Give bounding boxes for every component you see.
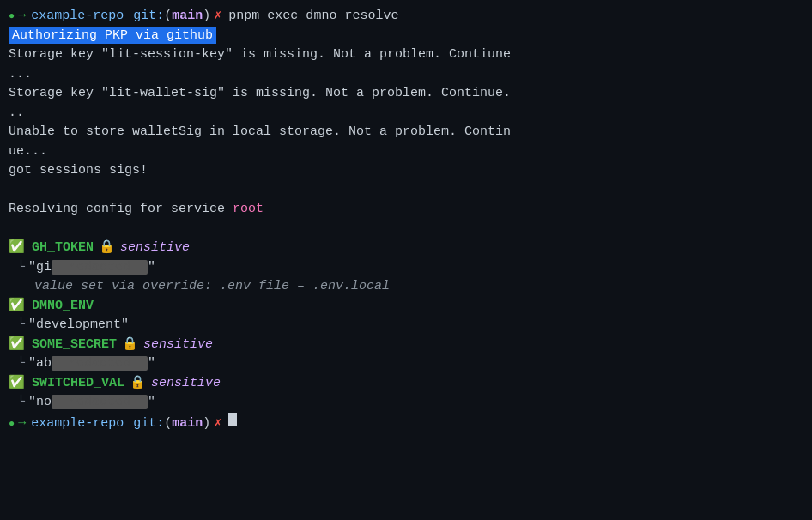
lock-secret: 🔒: [122, 336, 138, 355]
check-icon-secret: ✅: [9, 336, 25, 355]
override-note-gh: value set via override: .env file – .env…: [0, 277, 812, 297]
prompt-line: ● → example-repo git: ( main ) ✗ pnpm ex…: [0, 7, 812, 27]
tree-icon-dmno: └: [17, 316, 25, 336]
var-name-gh: GH_TOKEN: [32, 239, 94, 258]
value-switched: "noredacted": [28, 393, 155, 413]
bottom-git: git:: [125, 414, 164, 434]
bottom-arrow: →: [18, 414, 26, 434]
tree-icon-secret: └: [17, 354, 25, 374]
output-line-4: Storage key "lit-wallet-sig" is missing.…: [0, 84, 812, 104]
sensitive-label-switched: sensitive: [151, 374, 221, 394]
value-gh: "giredacted": [28, 258, 155, 278]
config-value-gh: └ "giredacted": [0, 258, 812, 278]
branch-close: ): [203, 7, 210, 27]
lock-gh: 🔒: [99, 239, 115, 258]
output-line-6: Unable to store walletSig in local stora…: [0, 123, 812, 142]
blank-line-2: [0, 220, 812, 239]
prompt-arrow: →: [18, 7, 26, 27]
prompt-dot: ●: [9, 9, 15, 24]
config-item-dmno-env: ✅ DMNO_ENV: [0, 297, 812, 317]
var-name-secret: SOME_SECRET: [32, 336, 117, 355]
config-value-secret: └ "abredacted": [0, 354, 812, 374]
bottom-cross: ✗: [214, 414, 221, 434]
var-name-switched: SWITCHED_VAL: [32, 374, 124, 394]
git-label: [125, 7, 133, 27]
lock-switched: 🔒: [130, 374, 146, 394]
git-word: git:: [133, 7, 164, 27]
command-text: pnpm exec dmno resolve: [228, 7, 398, 27]
value-dmno: "development": [28, 316, 129, 336]
var-name-dmno: DMNO_ENV: [32, 297, 94, 317]
terminal-window: ● → example-repo git: ( main ) ✗ pnpm ex…: [0, 0, 812, 520]
bottom-repo: example-repo: [31, 414, 124, 434]
auth-highlight: Authorizing PKP via github: [9, 27, 216, 44]
sensitive-label-secret: sensitive: [143, 336, 213, 355]
output-line-5: ..: [0, 104, 812, 124]
cross-symbol: ✗: [214, 7, 221, 27]
resolving-line: Resolving config for service root: [0, 200, 812, 220]
check-icon-gh: ✅: [9, 239, 25, 258]
branch-name: main: [172, 7, 203, 27]
output-line-7: ue...: [0, 142, 812, 162]
branch-open: (: [164, 7, 172, 27]
bottom-dot: ●: [9, 416, 15, 432]
output-line-3: ...: [0, 65, 812, 85]
output-line-1: Authorizing PKP via github: [0, 27, 812, 46]
override-text: value set via override: .env file – .env…: [34, 277, 390, 297]
repo-name: example-repo: [31, 7, 124, 27]
check-icon-dmno: ✅: [9, 297, 25, 317]
sensitive-label-gh: sensitive: [120, 239, 190, 258]
blank-line-1: [0, 181, 812, 201]
bottom-branch-open: (: [164, 414, 172, 434]
service-name: root: [233, 202, 264, 216]
output-line-8: got sessions sigs!: [0, 161, 812, 181]
tree-icon-gh: └: [17, 258, 25, 278]
tree-icon-switched: └: [17, 393, 25, 413]
output-line-2: Storage key "lit-session-key" is missing…: [0, 45, 812, 65]
config-item-some-secret: ✅ SOME_SECRET 🔒 sensitive: [0, 336, 812, 355]
value-secret: "abredacted": [28, 354, 155, 374]
cursor: [228, 413, 237, 426]
config-value-dmno: └ "development": [0, 316, 812, 336]
config-item-gh-token: ✅ GH_TOKEN 🔒 sensitive: [0, 239, 812, 258]
check-icon-switched: ✅: [9, 374, 25, 394]
config-value-switched: └ "noredacted": [0, 393, 812, 413]
bottom-branch-close: ): [203, 414, 210, 434]
bottom-prompt-line: ● → example-repo git: ( main ) ✗: [0, 413, 812, 434]
config-item-switched-val: ✅ SWITCHED_VAL 🔒 sensitive: [0, 374, 812, 394]
bottom-branch: main: [172, 414, 203, 434]
